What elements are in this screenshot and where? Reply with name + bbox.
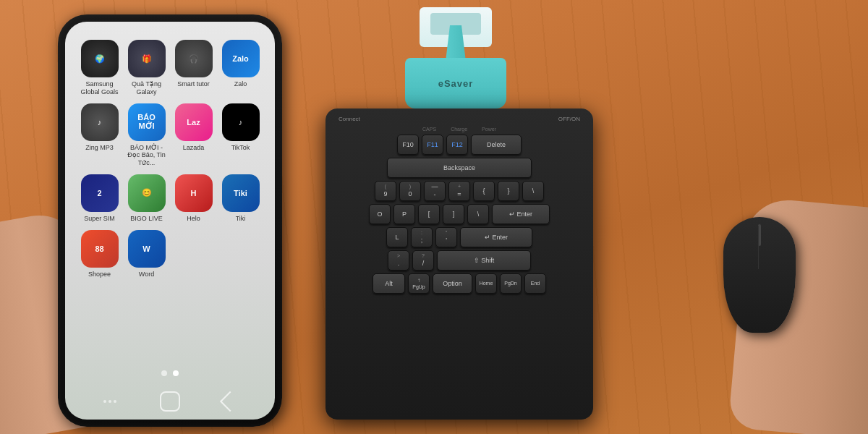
offon-label: OFF/ON	[558, 116, 580, 122]
keyboard-row-4: O P [ ] \ ↵ Enter	[331, 204, 587, 224]
key-alt[interactable]: Alt	[373, 273, 405, 294]
key-close-bracket[interactable]: ]	[443, 204, 464, 224]
app-item-shopee[interactable]: 88Shopee	[80, 230, 119, 278]
app-icon-super-sim: 2	[81, 174, 119, 212]
phone: 🌍Samsung Global Goals🎁Quà Tặng Galaxy🎧Sm…	[58, 14, 282, 427]
app-label-tiki: Tiki	[236, 215, 246, 223]
app-icon-qua-tang-galaxy: 🎁	[128, 40, 166, 77]
phone-bottom-bar	[65, 391, 275, 412]
app-icon-bao-moi: BÁO MỚI	[128, 103, 166, 141]
esaver-brand: eSaver	[438, 78, 474, 89]
app-label-shopee: Shopee	[88, 271, 111, 278]
nav-dot-2	[173, 370, 179, 376]
app-item-word[interactable]: WWord	[127, 230, 166, 278]
charge-indicator: Charge	[451, 127, 467, 132]
app-icon-smart-tutor: 🎧	[175, 40, 213, 77]
key-open-bracket[interactable]: [	[418, 204, 440, 224]
back-button[interactable]	[219, 391, 241, 412]
home-btn-shape	[160, 391, 180, 412]
app-icon-lazada: Laz	[175, 103, 213, 141]
keyboard-row-7: Alt ↑PgUp Option Home PgDn End	[331, 273, 587, 294]
app-label-helo: Helo	[187, 215, 200, 223]
key-enter-2[interactable]: ↵ Enter	[460, 227, 532, 247]
key-o[interactable]: O	[369, 204, 391, 224]
key-close-brace[interactable]: }	[498, 181, 519, 201]
keyboard-indicators: CAPS Charge Power	[331, 125, 587, 135]
phone-screen: 🌍Samsung Global Goals🎁Quà Tặng Galaxy🎧Sm…	[65, 22, 275, 420]
app-label-lazada: Lazada	[183, 144, 205, 152]
key-home[interactable]: Home	[475, 273, 497, 294]
app-grid: 🌍Samsung Global Goals🎁Quà Tặng Galaxy🎧Sm…	[76, 36, 264, 282]
nav-dot-1	[161, 370, 167, 376]
key-enter[interactable]: ↵ Enter	[492, 204, 550, 224]
back-btn-shape	[220, 391, 240, 412]
app-icon-helo: H	[175, 174, 213, 212]
caps-indicator: CAPS	[422, 127, 436, 132]
app-item-tiki[interactable]: TikiTiki	[221, 174, 260, 223]
recent-apps-button[interactable]	[99, 391, 121, 412]
app-item-bao-moi[interactable]: BÁO MỚIBÁO MỚI - Đọc Báo, Tin Tức...	[127, 103, 166, 167]
app-item-smart-tutor[interactable]: 🎧Smart tutor	[174, 40, 213, 96]
app-icon-tiktok: ♪	[222, 103, 260, 141]
app-item-zing-mp3[interactable]: ♪Zing MP3	[80, 103, 119, 167]
key-f11[interactable]: F11	[422, 135, 443, 155]
key-backslash[interactable]: \	[522, 181, 544, 201]
app-label-zing-mp3: Zing MP3	[85, 144, 114, 152]
app-item-zalo[interactable]: ZaloZalo	[221, 40, 260, 96]
keyboard-row-3: (9 )0 —- += { } \	[331, 181, 587, 201]
key-option[interactable]: Option	[433, 273, 472, 294]
key-slash[interactable]: ?/	[412, 250, 434, 271]
key-minus[interactable]: —-	[424, 181, 446, 201]
app-item-super-sim[interactable]: 2Super SIM	[80, 174, 119, 223]
app-label-zalo: Zalo	[234, 80, 247, 88]
key-l[interactable]: L	[386, 227, 408, 247]
menu-dot	[103, 400, 106, 403]
key-pgdn[interactable]: PgDn	[500, 273, 522, 294]
keyboard-row-5: L :; "' ↵ Enter	[331, 227, 587, 247]
app-label-bao-moi: BÁO MỚI - Đọc Báo, Tin Tức...	[127, 144, 166, 167]
key-p[interactable]: P	[393, 204, 415, 224]
key-semicolon[interactable]: :;	[411, 227, 433, 247]
app-item-helo[interactable]: HHelo	[174, 174, 213, 223]
computer-mouse	[723, 217, 796, 333]
app-item-bigo-live[interactable]: 😊BIGO LIVE	[127, 174, 166, 223]
key-0[interactable]: )0	[399, 181, 421, 201]
connect-label: Connect	[339, 116, 360, 122]
esaver-stand: eSaver	[391, 7, 521, 109]
app-icon-bigo-live: 😊	[128, 174, 166, 212]
app-icon-shopee: 88	[81, 230, 119, 268]
key-pgup[interactable]: ↑PgUp	[408, 273, 430, 294]
app-item-tiktok[interactable]: ♪TikTok	[221, 103, 260, 167]
app-label-bigo-live: BIGO LIVE	[130, 215, 163, 223]
app-icon-zing-mp3: ♪	[81, 103, 119, 141]
app-icon-samsung-global-goals: 🌍	[81, 40, 119, 77]
keyboard-row-1: F10 F11 F12 Delete	[331, 135, 587, 155]
key-quote[interactable]: "'	[435, 227, 457, 247]
app-icon-word: W	[128, 230, 166, 268]
app-icon-tiki: Tiki	[222, 174, 260, 212]
home-button[interactable]	[159, 391, 181, 412]
key-period[interactable]: >.	[388, 250, 409, 271]
app-label-super-sim: Super SIM	[84, 215, 115, 223]
app-item-qua-tang-galaxy[interactable]: 🎁Quà Tặng Galaxy	[127, 40, 166, 96]
app-label-samsung-global-goals: Samsung Global Goals	[80, 80, 119, 96]
keyboard-row-6: >. ?/ ⇧ Shift	[331, 250, 587, 271]
key-end[interactable]: End	[524, 273, 546, 294]
app-icon-zalo: Zalo	[222, 40, 260, 77]
keyboard-row-2: Backspace	[331, 158, 587, 178]
key-f10[interactable]: F10	[397, 135, 419, 155]
key-f12[interactable]: F12	[446, 135, 468, 155]
key-equals[interactable]: +=	[448, 181, 470, 201]
key-9[interactable]: (9	[375, 181, 396, 201]
app-item-samsung-global-goals[interactable]: 🌍Samsung Global Goals	[80, 40, 119, 96]
key-backslash-2[interactable]: \	[467, 204, 489, 224]
menu-dot	[109, 400, 111, 403]
key-open-brace[interactable]: {	[473, 181, 495, 201]
app-item-lazada[interactable]: LazLazada	[174, 103, 213, 167]
key-delete[interactable]: Delete	[471, 135, 522, 155]
app-label-qua-tang-galaxy: Quà Tặng Galaxy	[127, 80, 166, 96]
key-backspace[interactable]: Backspace	[387, 158, 532, 178]
app-label-word: Word	[139, 271, 154, 278]
key-shift-right[interactable]: ⇧ Shift	[437, 250, 531, 271]
power-indicator: Power	[482, 127, 496, 132]
